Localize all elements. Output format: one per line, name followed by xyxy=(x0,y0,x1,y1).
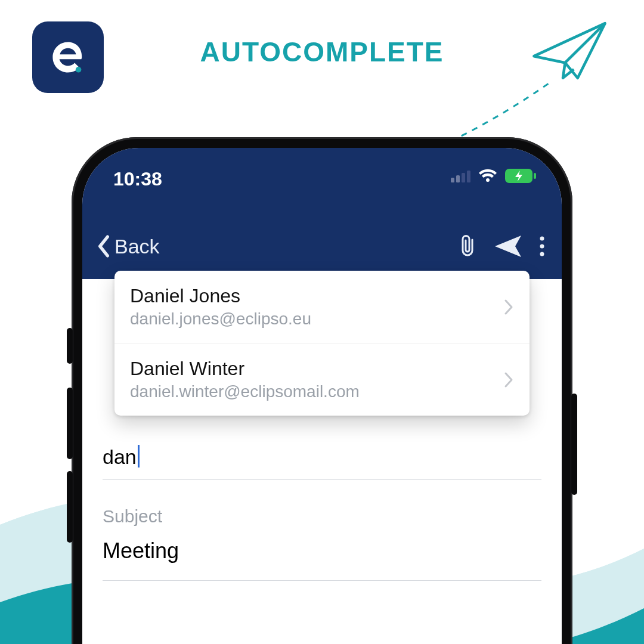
svg-rect-6 xyxy=(534,173,536,179)
autocomplete-item[interactable]: Daniel Jones daniel.jones@eclipso.eu xyxy=(114,271,530,343)
subject-input[interactable]: Meeting xyxy=(103,527,541,580)
autocomplete-dropdown: Daniel Jones daniel.jones@eclipso.eu Dan… xyxy=(114,271,530,416)
paperclip-icon xyxy=(459,234,477,259)
svg-rect-3 xyxy=(462,173,465,182)
suggestion-name: Daniel Jones xyxy=(130,285,311,307)
phone-screen: 10:38 xyxy=(82,148,562,644)
wifi-icon xyxy=(478,169,497,183)
to-input-value: dan xyxy=(103,445,137,469)
back-label: Back xyxy=(114,235,160,258)
suggestion-email: daniel.jones@eclipso.eu xyxy=(130,309,311,329)
back-button[interactable]: Back xyxy=(95,235,459,258)
chevron-left-icon xyxy=(95,235,112,258)
subject-field-row: Subject Meeting xyxy=(103,480,541,581)
nav-bar: Back xyxy=(82,213,562,279)
phone-frame: 10:38 xyxy=(72,137,572,644)
chevron-right-icon xyxy=(503,299,514,315)
attach-button[interactable] xyxy=(459,234,477,259)
status-bar: 10:38 xyxy=(82,148,562,213)
battery-charging-icon xyxy=(504,168,537,184)
status-time: 10:38 xyxy=(113,168,162,190)
suggestion-name: Daniel Winter xyxy=(130,358,360,380)
more-vertical-icon xyxy=(539,236,545,257)
subject-label: Subject xyxy=(103,480,541,527)
chevron-right-icon xyxy=(503,371,514,388)
more-button[interactable] xyxy=(539,236,545,257)
text-cursor xyxy=(138,445,140,467)
status-indicators xyxy=(451,168,537,184)
send-button[interactable] xyxy=(494,234,522,258)
phone-power-button xyxy=(571,394,577,495)
paper-plane-icon xyxy=(531,18,608,83)
send-icon xyxy=(494,234,522,258)
to-input[interactable]: dan xyxy=(103,428,541,479)
svg-rect-2 xyxy=(456,175,460,182)
phone-side-button xyxy=(67,471,73,543)
compose-area: Daniel Jones daniel.jones@eclipso.eu Dan… xyxy=(82,279,562,581)
svg-point-7 xyxy=(540,237,544,241)
svg-rect-4 xyxy=(467,171,470,182)
svg-rect-1 xyxy=(451,178,454,182)
suggestion-email: daniel.winter@eclipsomail.com xyxy=(130,382,360,401)
autocomplete-item[interactable]: Daniel Winter daniel.winter@eclipsomail.… xyxy=(114,343,530,416)
svg-point-9 xyxy=(540,252,544,256)
svg-point-8 xyxy=(540,244,544,249)
cellular-icon xyxy=(451,169,471,182)
